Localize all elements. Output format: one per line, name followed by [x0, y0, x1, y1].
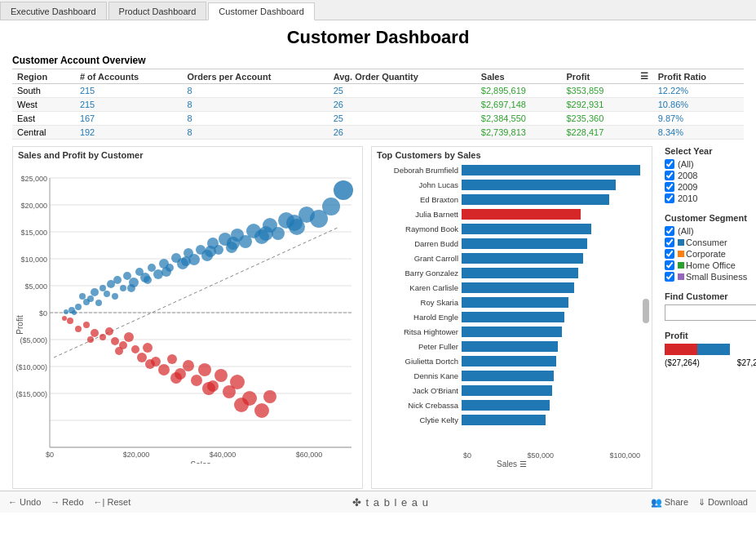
cell-avgqty[interactable]: 26 [329, 126, 476, 140]
col-ratio: Profit Ratio [653, 69, 744, 84]
cell-profit: $235,360 [561, 112, 634, 126]
bar-container[interactable] [462, 194, 640, 205]
year-checkbox-item[interactable]: 2010 [665, 193, 756, 203]
tab-customer[interactable]: Customer Dashboard [208, 2, 315, 20]
scrollbar-area[interactable] [640, 162, 652, 451]
bar-chart-row: Peter Fuller [372, 340, 640, 353]
scatter-chart-title: Sales and Profit by Customer [13, 147, 362, 162]
segment-label: Home Office [686, 260, 736, 270]
tab-product[interactable]: Product Dashboard [108, 2, 207, 20]
bar-container[interactable] [462, 400, 640, 411]
bar-container[interactable] [462, 282, 640, 293]
col-profit: Profit [561, 69, 634, 84]
cell-orders[interactable]: 8 [182, 84, 328, 98]
bar-container[interactable] [462, 415, 640, 425]
cell-accounts[interactable]: 192 [75, 126, 183, 140]
sidebar: Select Year (All)200820092010 Customer S… [661, 146, 756, 489]
bar-container[interactable] [462, 165, 640, 175]
segment-checkbox[interactable] [665, 272, 674, 282]
bar-container[interactable] [462, 253, 640, 264]
cell-orders[interactable]: 8 [182, 126, 328, 140]
bar-container[interactable] [462, 209, 640, 220]
scatter-area: Profit [13, 162, 362, 464]
bar-container[interactable] [462, 238, 640, 249]
share-button[interactable]: 👥 Share [651, 497, 688, 508]
svg-point-32 [79, 293, 86, 300]
col-region: Region [12, 69, 75, 84]
main-content: Customer Dashboard Customer Account Over… [0, 20, 756, 489]
cell-accounts[interactable]: 215 [75, 98, 183, 112]
segment-checkbox[interactable] [665, 226, 674, 236]
cell-accounts[interactable]: 167 [75, 112, 183, 126]
svg-point-111 [115, 347, 123, 355]
segment-checkbox-item[interactable]: Home Office [665, 260, 756, 270]
year-checkbox-item[interactable]: 2009 [665, 182, 756, 192]
cell-orders[interactable]: 8 [182, 112, 328, 126]
cell-ratio: 9.87% [653, 112, 744, 126]
cell-avgqty[interactable]: 25 [329, 84, 476, 98]
svg-point-110 [87, 336, 94, 343]
svg-point-71 [64, 309, 69, 314]
bar-fill [462, 224, 591, 234]
redo-button[interactable]: → Redo [51, 497, 83, 507]
svg-text:$20,000: $20,000 [123, 451, 150, 459]
undo-button[interactable]: ← Undo [8, 497, 41, 507]
cell-avgqty[interactable]: 25 [329, 112, 476, 126]
cell-sales: $2,739,813 [476, 126, 562, 140]
bar-container[interactable] [462, 327, 640, 337]
cell-avgqty[interactable]: 26 [329, 98, 476, 112]
cell-orders[interactable]: 8 [182, 98, 328, 112]
segment-checkbox-item[interactable]: (All) [665, 226, 756, 236]
year-checkbox[interactable] [665, 182, 674, 192]
svg-point-87 [99, 334, 106, 340]
year-checkbox-item[interactable]: 2008 [665, 171, 756, 180]
bar-container[interactable] [462, 341, 640, 352]
profit-legend-labels: ($27,264) $27,264 [665, 358, 756, 367]
year-checkbox[interactable] [665, 193, 674, 203]
bar-container[interactable] [462, 312, 640, 322]
cell-ratio: 10.86% [653, 98, 744, 112]
col-filter-icon[interactable]: ☰ [635, 69, 653, 84]
svg-point-108 [263, 390, 276, 403]
segment-checkbox-item[interactable]: Small Business [665, 272, 756, 282]
segment-checkbox[interactable] [665, 260, 674, 270]
cell-profit: $228,417 [561, 126, 634, 140]
select-year-title: Select Year [665, 146, 756, 156]
svg-point-88 [105, 327, 113, 335]
svg-point-69 [334, 180, 353, 200]
bar-container[interactable] [462, 180, 640, 190]
cell-empty [635, 84, 653, 98]
segment-checkbox[interactable] [665, 249, 674, 259]
bar-container[interactable] [462, 268, 640, 278]
segment-checkbox[interactable] [665, 238, 674, 247]
cell-region: West [12, 98, 75, 112]
cell-accounts[interactable]: 215 [75, 84, 183, 98]
table-row: East 167 8 25 $2,384,550 $235,360 9.87% [12, 112, 744, 126]
table-row: West 215 8 26 $2,697,148 $292,931 10.86% [12, 98, 744, 112]
segment-label: Small Business [686, 272, 747, 282]
segment-label: (All) [678, 226, 694, 236]
year-checkbox[interactable] [665, 159, 674, 169]
bar-chart-row: Ed Braxton [372, 193, 640, 207]
bar-fill [462, 282, 574, 293]
bar-fill [462, 194, 609, 205]
tab-executive[interactable]: Executive Dashboard [0, 2, 107, 20]
reset-button[interactable]: ←| Reset [94, 497, 131, 507]
svg-point-35 [99, 285, 106, 291]
svg-text:$25,000: $25,000 [20, 175, 47, 183]
filter-icon[interactable]: ☰ [519, 460, 527, 469]
year-checkbox[interactable] [665, 171, 674, 180]
find-customer-input[interactable] [665, 304, 756, 321]
cell-region: Central [12, 126, 75, 140]
bar-fill [462, 253, 583, 264]
bar-container[interactable] [462, 297, 640, 308]
bar-container[interactable] [462, 356, 640, 367]
segment-checkbox-item[interactable]: Consumer [665, 238, 756, 247]
year-checkbox-item[interactable]: (All) [665, 159, 756, 169]
bar-container[interactable] [462, 371, 640, 381]
bar-container[interactable] [462, 385, 640, 396]
segment-checkbox-item[interactable]: Corporate [665, 249, 756, 259]
download-button[interactable]: ⇓ Download [698, 497, 748, 508]
bar-label: John Lucas [372, 180, 462, 189]
bar-container[interactable] [462, 224, 640, 234]
